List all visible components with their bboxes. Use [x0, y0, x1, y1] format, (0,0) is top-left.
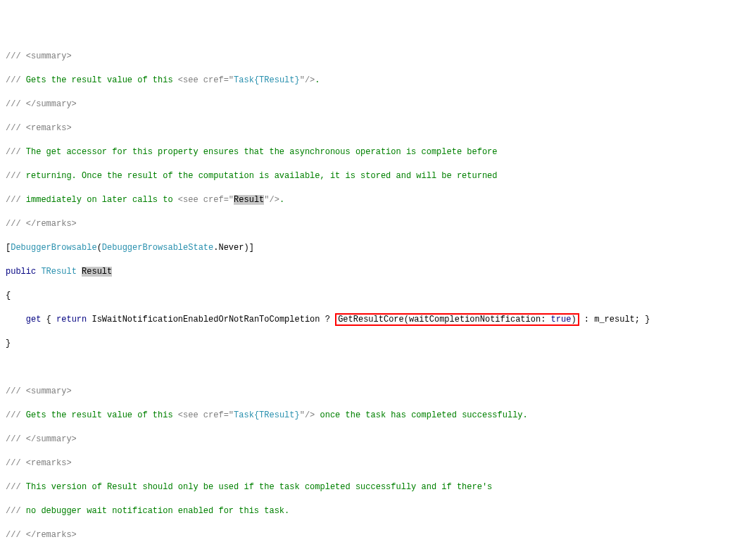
code-line: /// <remarks>: [6, 122, 750, 134]
code-line: /// <summary>: [6, 51, 750, 63]
code-line: /// immediately on later calls to <see c…: [6, 194, 750, 206]
code-line: public TResult Result: [6, 266, 750, 278]
code-line: /// </summary>: [6, 434, 750, 446]
code-line: get { return IsWaitNotificationEnabledOr…: [6, 314, 750, 326]
code-line: /// </remarks>: [6, 529, 750, 541]
code-line: /// returning. Once the result of the co…: [6, 170, 750, 182]
code-line: }: [6, 338, 750, 350]
code-line: /// The get accessor for this property e…: [6, 146, 750, 158]
highlight-box-1: GetResultCore(waitCompletionNotification…: [335, 313, 579, 326]
code-line: [DebuggerBrowsable(DebuggerBrowsableStat…: [6, 242, 750, 254]
code-line: /// <remarks>: [6, 458, 750, 469]
code-line: /// </remarks>: [6, 218, 750, 230]
code-line: /// This version of Result should only b…: [6, 481, 750, 493]
code-line: /// Gets the result value of this <see c…: [6, 75, 750, 87]
code-line: {: [6, 290, 750, 302]
code-line: /// Gets the result value of this <see c…: [6, 410, 750, 422]
code-line: /// </summary>: [6, 99, 750, 111]
code-line: /// <summary>: [6, 386, 750, 398]
code-line: [6, 362, 750, 374]
code-line: /// no debugger wait notification enable…: [6, 505, 750, 517]
